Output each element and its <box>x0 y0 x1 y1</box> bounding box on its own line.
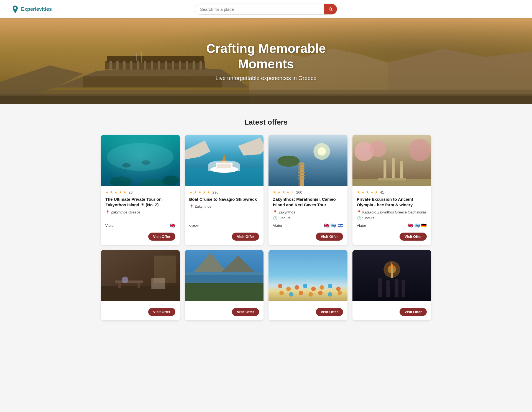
svg-point-90 <box>308 292 313 297</box>
svg-rect-11 <box>151 61 153 69</box>
svg-rect-5 <box>109 61 112 69</box>
svg-point-106 <box>401 280 405 283</box>
search-button[interactable] <box>324 4 337 14</box>
hero-section: Crafting MemorableMoments Live unforgett… <box>0 18 532 104</box>
svg-rect-51 <box>298 172 305 173</box>
star: ★ <box>282 190 285 194</box>
star: ★ <box>194 190 197 194</box>
card-image-4 <box>352 135 431 186</box>
offer-card-5: Visit Offer <box>101 250 180 320</box>
visit-offer-btn-1[interactable]: Visit Offer <box>148 233 175 241</box>
review-count-4: 41 <box>380 190 384 194</box>
svg-point-0 <box>14 7 16 9</box>
search-bar <box>195 4 337 15</box>
visit-offer-btn-8[interactable]: Visit Offer <box>400 308 427 316</box>
logo[interactable]: Experievities <box>11 5 52 13</box>
svg-point-93 <box>337 291 342 295</box>
card-bottom-8: Visit Offer <box>357 305 427 316</box>
svg-rect-64 <box>378 178 406 181</box>
card-bottom-2: Viator Visit Offer <box>189 224 259 241</box>
card-flags-1: 🇬🇧 <box>170 223 175 228</box>
location-pin-icon: 📍 <box>105 210 110 214</box>
svg-point-58 <box>370 140 386 157</box>
card-stars-3: ★ ★ ★ ★ ★ 260 <box>273 190 343 194</box>
visit-offer-btn-6[interactable]: Visit Offer <box>232 308 259 316</box>
card-bottom-3: Viator 🇬🇧 🇬🇷 🇮🇱 Visit Offer <box>273 223 343 241</box>
svg-rect-49 <box>298 167 305 168</box>
svg-point-31 <box>142 160 150 165</box>
svg-rect-14 <box>172 61 174 69</box>
star: ★ <box>361 190 365 194</box>
offer-card-1: ★ ★ ★ ★ ★ 20 The Ultimate Private Tour o… <box>101 135 180 245</box>
card-bottom-5: Visit Offer <box>105 305 175 316</box>
svg-point-104 <box>395 279 398 282</box>
svg-point-81 <box>295 285 299 290</box>
card-location-3: 📍 Zakynthos <box>273 210 343 214</box>
card-image-6 <box>185 250 264 301</box>
svg-point-102 <box>386 280 390 283</box>
svg-point-91 <box>318 291 323 295</box>
svg-rect-40 <box>216 163 232 169</box>
star: ★ <box>189 190 193 194</box>
star: ★ <box>273 190 277 194</box>
svg-point-72 <box>122 277 128 283</box>
svg-point-87 <box>279 291 284 295</box>
search-input[interactable] <box>195 4 324 14</box>
star: ★ <box>286 190 290 194</box>
visit-offer-btn-2[interactable]: Visit Offer <box>232 233 259 241</box>
header: Experievities <box>0 0 532 18</box>
hero-title: Crafting MemorableMoments <box>206 41 326 71</box>
svg-rect-24 <box>0 94 532 104</box>
review-count-3: 260 <box>296 190 302 194</box>
svg-rect-15 <box>179 61 181 69</box>
card-location-1: 📍 Zakynthos Greece <box>105 210 175 214</box>
offer-card-7: Visit Offer <box>268 250 347 320</box>
svg-rect-71 <box>154 256 176 283</box>
card-duration-4: 🕐 5 hours <box>357 216 427 220</box>
logo-text: Experievities <box>21 6 52 12</box>
svg-rect-69 <box>137 283 140 288</box>
review-count-2: 296 <box>213 190 219 194</box>
svg-rect-13 <box>165 61 167 69</box>
card-image-2 <box>185 135 264 186</box>
card-flags-4: 🇬🇧 🇬🇷 🇩🇪 <box>408 223 427 228</box>
visit-offer-btn-7[interactable]: Visit Offer <box>316 308 343 316</box>
svg-rect-101 <box>386 282 390 297</box>
svg-rect-99 <box>378 280 382 297</box>
location-pin-icon: 📍 <box>189 204 194 208</box>
offers-section: Latest offers <box>95 104 437 331</box>
svg-rect-48 <box>298 164 305 165</box>
card-bottom-1: Viator 🇬🇧 Visit Offer <box>105 223 175 241</box>
card-image-1 <box>101 135 180 186</box>
card-provider-4: Viator <box>357 223 366 228</box>
svg-point-92 <box>328 292 332 297</box>
star: ★ <box>119 190 122 194</box>
card-bottom-7: Visit Offer <box>273 305 343 316</box>
star: ★ <box>105 190 109 194</box>
hero-subtitle: Live unforgettable experiences in Greece <box>216 75 317 81</box>
svg-point-32 <box>110 176 132 186</box>
card-title-3: Zakynthos: Marathonisi, Cameo Island and… <box>273 197 343 208</box>
star-half: ★ <box>375 190 378 194</box>
visit-offer-btn-4[interactable]: Visit Offer <box>400 233 427 241</box>
card-title-1: The Ultimate Private Tour on Zakynthos I… <box>105 197 175 208</box>
svg-point-34 <box>162 176 179 186</box>
svg-point-29 <box>107 143 173 171</box>
card-stars-2: ★ ★ ★ ★ ★ 296 <box>189 190 259 194</box>
offer-card-4: ★ ★ ★ ★ ★ 41 Private Excursion to Ancien… <box>352 135 431 245</box>
card-body-8: Visit Offer <box>352 301 431 320</box>
card-title-4: Private Excursion to Ancient Olympia - b… <box>357 197 427 208</box>
card-stars-1: ★ ★ ★ ★ ★ 20 <box>105 190 175 194</box>
svg-rect-25 <box>0 90 532 96</box>
star: ★ <box>366 190 369 194</box>
svg-rect-105 <box>401 282 405 297</box>
review-count-1: 20 <box>129 190 132 194</box>
svg-rect-16 <box>186 61 188 69</box>
visit-offer-btn-5[interactable]: Visit Offer <box>148 308 175 316</box>
offer-card-2: ★ ★ ★ ★ ★ 296 Boat Cruise to Navagio Shi… <box>185 135 264 245</box>
offer-card-8: Visit Offer <box>352 250 431 320</box>
svg-rect-10 <box>144 61 146 69</box>
card-flags-3: 🇬🇧 🇬🇷 🇮🇱 <box>324 223 343 228</box>
visit-offer-btn-3[interactable]: Visit Offer <box>316 233 343 241</box>
star: ★ <box>114 190 118 194</box>
